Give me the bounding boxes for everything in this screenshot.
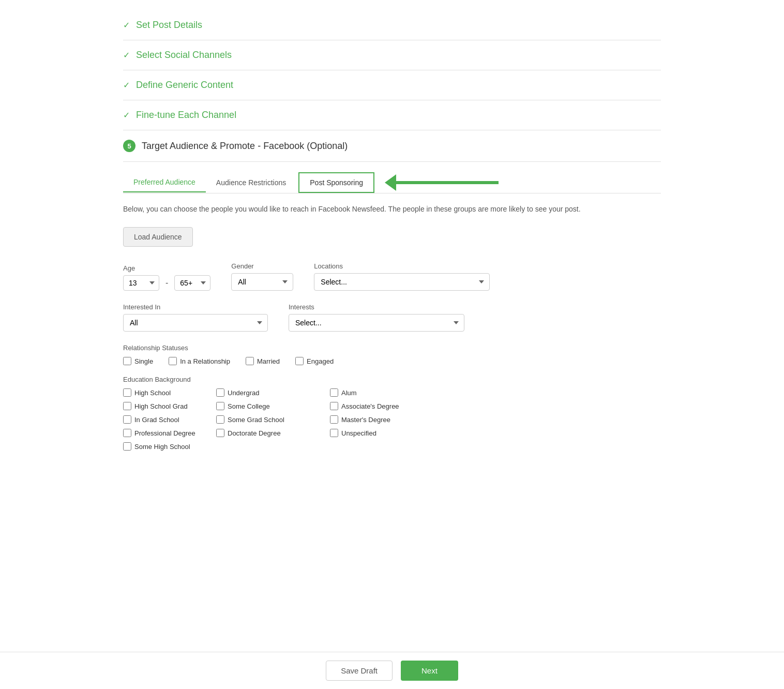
- education-section: Education Background High School Undergr…: [123, 376, 661, 451]
- gender-label: Gender: [231, 262, 293, 270]
- checkbox-some-grad-school-label: Some Grad School: [228, 416, 284, 424]
- step-1-label: Set Post Details: [136, 20, 202, 31]
- step-1: ✓ Set Post Details: [123, 10, 661, 40]
- step-2: ✓ Select Social Channels: [123, 40, 661, 70]
- description-text: Below, you can choose the people you wou…: [123, 204, 661, 215]
- relationship-label: Relationship Statuses: [123, 344, 661, 352]
- locations-select[interactable]: Select...: [314, 273, 490, 291]
- checkbox-high-school[interactable]: High School: [123, 388, 206, 397]
- locations-label: Locations: [314, 262, 490, 270]
- checkbox-some-college[interactable]: Some College: [216, 402, 320, 410]
- checkbox-in-relationship[interactable]: In a Relationship: [169, 357, 230, 365]
- step-4-label: Fine-tune Each Channel: [136, 110, 236, 121]
- checkbox-in-grad-school-input[interactable]: [123, 415, 131, 424]
- checkbox-alum-input[interactable]: [330, 388, 338, 397]
- education-label: Education Background: [123, 376, 661, 383]
- checkbox-associates-degree[interactable]: Associate's Degree: [330, 402, 433, 410]
- checkbox-doctorate-degree-label: Doctorate Degree: [228, 429, 281, 437]
- check-icon-3: ✓: [123, 80, 130, 90]
- gender-group: Gender AllMaleFemale: [231, 262, 293, 291]
- checkbox-in-relationship-label: In a Relationship: [180, 357, 230, 365]
- interested-in-label: Interested In: [123, 303, 268, 311]
- arrow-body: [395, 181, 499, 184]
- checkbox-some-high-school-input[interactable]: [123, 442, 131, 451]
- checkbox-in-grad-school-label: In Grad School: [134, 416, 179, 424]
- checkbox-some-college-label: Some College: [228, 402, 270, 410]
- tab-post-sponsoring[interactable]: Post Sponsoring: [298, 172, 374, 193]
- checkbox-associates-degree-label: Associate's Degree: [341, 402, 399, 410]
- checkbox-married-input[interactable]: [246, 357, 254, 365]
- checkbox-professional-degree[interactable]: Professional Degree: [123, 429, 206, 437]
- checkbox-masters-degree-label: Master's Degree: [341, 416, 390, 424]
- checkbox-unspecified-input[interactable]: [330, 429, 338, 437]
- checkbox-some-high-school[interactable]: Some High School: [123, 442, 206, 451]
- tab-preferred-audience[interactable]: Preferred Audience: [123, 173, 206, 192]
- age-inputs: 1318212535455565 - 1821253545556565+: [123, 275, 210, 291]
- arrow-indicator: [385, 174, 499, 191]
- interests-group: Interests Select...: [289, 303, 464, 332]
- check-icon-2: ✓: [123, 50, 130, 60]
- checkbox-single-label: Single: [134, 357, 153, 365]
- gender-select[interactable]: AllMaleFemale: [231, 273, 293, 291]
- tabs-container: Preferred Audience Audience Restrictions…: [123, 172, 661, 193]
- step-4: ✓ Fine-tune Each Channel: [123, 100, 661, 130]
- interests-label: Interests: [289, 303, 464, 311]
- interested-interests-row: Interested In AllMenWomen Interests Sele…: [123, 303, 661, 332]
- age-group: Age 1318212535455565 - 1821253545556565+: [123, 264, 210, 291]
- age-min-select[interactable]: 1318212535455565: [123, 275, 159, 291]
- relationship-checkboxes: Single In a Relationship Married Engaged: [123, 357, 661, 365]
- checkbox-unspecified[interactable]: Unspecified: [330, 429, 433, 437]
- checkbox-in-grad-school[interactable]: In Grad School: [123, 415, 206, 424]
- age-max-select[interactable]: 1821253545556565+: [174, 275, 210, 291]
- interested-in-select[interactable]: AllMenWomen: [123, 314, 268, 332]
- checkbox-some-high-school-label: Some High School: [134, 443, 190, 451]
- step-2-label: Select Social Channels: [136, 50, 232, 61]
- step-5: 5 Target Audience & Promote - Facebook (…: [123, 130, 661, 162]
- education-grid: High School Undergrad Alum High School G…: [123, 388, 661, 451]
- checkbox-masters-degree[interactable]: Master's Degree: [330, 415, 433, 424]
- load-audience-button[interactable]: Load Audience: [123, 227, 193, 247]
- checkbox-unspecified-label: Unspecified: [341, 429, 376, 437]
- checkbox-professional-degree-label: Professional Degree: [134, 429, 195, 437]
- checkbox-engaged-input[interactable]: [295, 357, 304, 365]
- checkbox-high-school-grad-input[interactable]: [123, 402, 131, 410]
- interested-in-group: Interested In AllMenWomen: [123, 303, 268, 332]
- checkbox-alum[interactable]: Alum: [330, 388, 433, 397]
- locations-group: Locations Select...: [314, 262, 490, 291]
- interests-select[interactable]: Select...: [289, 314, 464, 332]
- step-3: ✓ Define Generic Content: [123, 70, 661, 100]
- step-5-number: 5: [123, 140, 135, 152]
- checkbox-undergrad[interactable]: Undergrad: [216, 388, 320, 397]
- checkbox-some-grad-school[interactable]: Some Grad School: [216, 415, 320, 424]
- checkbox-associates-degree-input[interactable]: [330, 402, 338, 410]
- checkbox-undergrad-input[interactable]: [216, 388, 224, 397]
- checkbox-in-relationship-input[interactable]: [169, 357, 177, 365]
- checkbox-high-school-label: High School: [134, 389, 171, 397]
- checkbox-high-school-input[interactable]: [123, 388, 131, 397]
- checkbox-some-grad-school-input[interactable]: [216, 415, 224, 424]
- age-dash: -: [163, 278, 170, 288]
- check-icon-4: ✓: [123, 110, 130, 120]
- checkbox-single-input[interactable]: [123, 357, 131, 365]
- checkbox-single[interactable]: Single: [123, 357, 153, 365]
- checkbox-alum-label: Alum: [341, 389, 357, 397]
- checkbox-married-label: Married: [257, 357, 280, 365]
- check-icon-1: ✓: [123, 20, 130, 30]
- checkbox-high-school-grad[interactable]: High School Grad: [123, 402, 206, 410]
- checkbox-masters-degree-input[interactable]: [330, 415, 338, 424]
- age-gender-locations-row: Age 1318212535455565 - 1821253545556565+…: [123, 262, 661, 291]
- checkbox-doctorate-degree-input[interactable]: [216, 429, 224, 437]
- checkbox-doctorate-degree[interactable]: Doctorate Degree: [216, 429, 320, 437]
- checkbox-some-college-input[interactable]: [216, 402, 224, 410]
- checkbox-high-school-grad-label: High School Grad: [134, 402, 188, 410]
- step-3-label: Define Generic Content: [136, 80, 233, 91]
- checkbox-professional-degree-input[interactable]: [123, 429, 131, 437]
- relationship-section: Relationship Statuses Single In a Relati…: [123, 344, 661, 365]
- arrow-head-icon: [385, 174, 396, 191]
- tab-audience-restrictions[interactable]: Audience Restrictions: [206, 173, 296, 192]
- checkbox-engaged[interactable]: Engaged: [295, 357, 334, 365]
- checkbox-engaged-label: Engaged: [307, 357, 334, 365]
- checkbox-married[interactable]: Married: [246, 357, 280, 365]
- step-5-label: Target Audience & Promote - Facebook (Op…: [142, 141, 348, 152]
- age-label: Age: [123, 264, 210, 272]
